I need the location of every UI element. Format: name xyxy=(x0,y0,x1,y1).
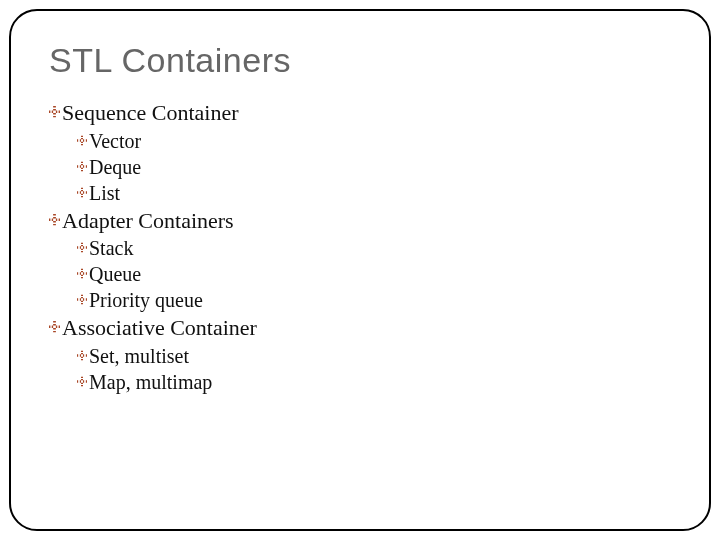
item-label: Stack xyxy=(89,235,133,261)
section-heading: ༓ Adapter Containers xyxy=(49,206,671,236)
bullet-icon: ༓ xyxy=(49,313,60,343)
list-item: ༓ Map, multimap xyxy=(77,369,671,395)
list-item: ༓ Queue xyxy=(77,261,671,287)
slide-frame: STL Containers ༓ Sequence Container ༓ Ve… xyxy=(9,9,711,531)
bullet-icon: ༓ xyxy=(77,235,87,261)
section-label: Adapter Containers xyxy=(62,206,234,236)
bullet-icon: ༓ xyxy=(49,98,60,128)
section-heading: ༓ Associative Container xyxy=(49,313,671,343)
item-label: Deque xyxy=(89,154,141,180)
slide-title: STL Containers xyxy=(49,41,671,80)
item-label: Queue xyxy=(89,261,141,287)
list-item: ༓ Vector xyxy=(77,128,671,154)
item-label: Priority queue xyxy=(89,287,203,313)
bullet-icon: ༓ xyxy=(77,180,87,206)
section-label: Sequence Container xyxy=(62,98,239,128)
item-label: Map, multimap xyxy=(89,369,212,395)
section-label: Associative Container xyxy=(62,313,257,343)
item-label: List xyxy=(89,180,120,206)
list-item: ༓ Set, multiset xyxy=(77,343,671,369)
bullet-icon: ༓ xyxy=(77,287,87,313)
item-label: Set, multiset xyxy=(89,343,189,369)
bullet-icon: ༓ xyxy=(77,128,87,154)
bullet-icon: ༓ xyxy=(49,206,60,236)
bullet-icon: ༓ xyxy=(77,154,87,180)
list-item: ༓ Deque xyxy=(77,154,671,180)
bullet-icon: ༓ xyxy=(77,343,87,369)
list-item: ༓ Priority queue xyxy=(77,287,671,313)
bullet-icon: ༓ xyxy=(77,261,87,287)
bullet-icon: ༓ xyxy=(77,369,87,395)
item-label: Vector xyxy=(89,128,141,154)
list-item: ༓ Stack xyxy=(77,235,671,261)
section-heading: ༓ Sequence Container xyxy=(49,98,671,128)
list-item: ༓ List xyxy=(77,180,671,206)
